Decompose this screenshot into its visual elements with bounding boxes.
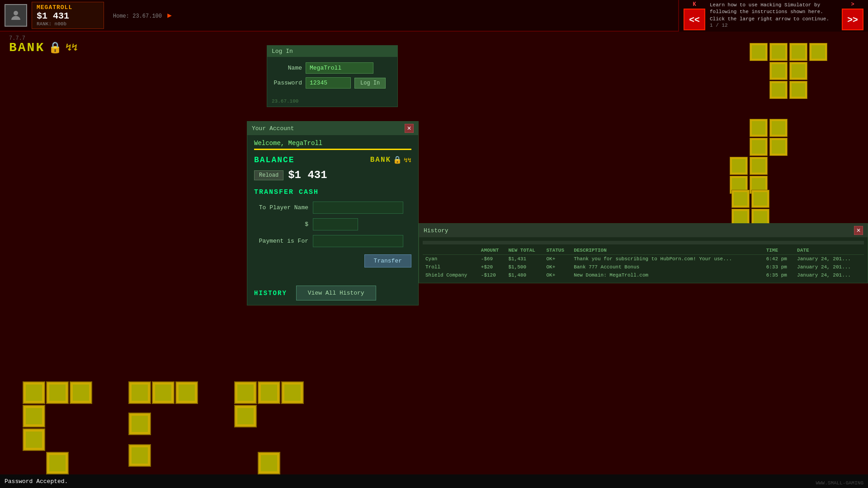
to-player-row: To Player Name — [254, 202, 411, 214]
table-row: Cyan -$69 $1,431 OK+ Thank you for subsc… — [423, 255, 864, 263]
tutorial-page: 1 / 12 — [710, 23, 837, 30]
payment-for-label: Payment is For — [254, 238, 308, 244]
top-bar: MEGATROLL $1 431 RANK: n00b Home: 23.67.… — [0, 0, 868, 32]
yellow-divider — [254, 149, 411, 150]
login-window-body: Name Password Log In — [267, 57, 397, 98]
history-section: HISTORY View All History — [254, 281, 411, 300]
col-description: DESCRIPTION — [571, 246, 764, 255]
transfer-btn-row: Transfer — [254, 254, 411, 267]
login-window: Log In Name Password Log In 23.67.100 — [267, 45, 398, 107]
login-password-row: Password Log In — [273, 77, 392, 89]
bank-text-top: BANK — [9, 41, 45, 55]
history-title-bar: History ✕ — [419, 224, 868, 237]
cell-amount: -$120 — [478, 271, 506, 279]
balance-amount: $1 431 — [288, 169, 327, 181]
status-bar: Password Accepted. WWW.SMALL-GAMING — [0, 474, 868, 488]
to-player-input[interactable] — [313, 202, 403, 214]
bank-signal-icon: ↯↯ — [66, 42, 78, 54]
home-info: Home: 23.67.100 ▶ — [113, 11, 172, 20]
cell-date: January 24, 201... — [794, 263, 864, 271]
payment-for-row: Payment is For — [254, 235, 411, 247]
view-all-history-button[interactable]: View All History — [296, 286, 376, 300]
cell-new-total: $1,500 — [505, 263, 543, 271]
bank-lock-icon: 🔒 — [48, 41, 62, 54]
login-name-row: Name — [273, 62, 392, 74]
tutorial-area: K << Learn how to use Hacking Simulator … — [678, 0, 868, 32]
tutorial-next-button[interactable]: >> — [842, 9, 863, 30]
login-name-input[interactable] — [306, 62, 373, 74]
to-player-label: To Player Name — [254, 204, 308, 211]
table-row: Troll +$20 $1,500 OK+ Bank 777 Account B… — [423, 263, 864, 271]
history-scroll-bar[interactable] — [423, 241, 864, 244]
svg-point-0 — [14, 11, 18, 15]
login-password-input[interactable] — [306, 77, 351, 89]
amount-row: $ — [254, 218, 411, 230]
cell-from: Cyan — [423, 255, 478, 263]
cell-new-total: $1,431 — [505, 255, 543, 263]
status-message: Password Accepted. — [5, 478, 68, 485]
login-window-title: Log In — [267, 46, 397, 57]
cell-status: OK+ — [543, 255, 571, 263]
cell-time: 6:33 pm — [764, 263, 794, 271]
history-table: AMOUNT NEW TOTAL STATUS DESCRIPTION TIME… — [423, 246, 864, 279]
player-details: MEGATROLL $1 431 RANK: n00b — [32, 2, 104, 29]
balance-section: BALANCE BANK 🔒 ↯↯ — [254, 155, 411, 164]
watermark: WWW.SMALL-GAMING — [816, 480, 863, 486]
table-row: Shield Company -$120 $1,480 OK+ New Doma… — [423, 271, 864, 279]
cell-status: OK+ — [543, 263, 571, 271]
transfer-form: To Player Name $ Payment is For — [254, 202, 411, 247]
tetris-right-decoration — [710, 43, 868, 194]
cell-from: Troll — [423, 263, 478, 271]
player-info: MEGATROLL $1 431 RANK: n00b — [5, 2, 104, 29]
cell-time: 6:42 pm — [764, 255, 794, 263]
player-rank: RANK: n00b — [37, 21, 99, 27]
balance-label: BALANCE — [254, 155, 295, 164]
account-body: Welcome, MegaTroll BALANCE BANK 🔒 ↯↯ Rel… — [247, 135, 418, 305]
transfer-cash-label: TRANSFER CASH — [254, 188, 411, 196]
col-new-total: NEW TOTAL — [505, 246, 543, 255]
cell-date: January 24, 201... — [794, 255, 864, 263]
avatar — [5, 4, 27, 27]
login-button[interactable]: Log In — [354, 78, 386, 89]
bank-small-text: BANK — [370, 156, 391, 164]
amount-label: $ — [254, 221, 308, 228]
login-name-label: Name — [273, 65, 302, 71]
cell-description: Bank 777 Account Bonus — [571, 263, 764, 271]
cell-new-total: $1,480 — [505, 271, 543, 279]
history-window-title: History — [424, 227, 448, 234]
cell-status: OK+ — [543, 271, 571, 279]
transfer-button[interactable]: Transfer — [364, 254, 411, 267]
login-ip: 23.67.100 — [267, 98, 397, 107]
player-balance: $1 431 — [37, 11, 99, 21]
history-label: HISTORY — [254, 290, 287, 297]
amount-input[interactable] — [313, 218, 358, 230]
history-window: History ✕ AMOUNT NEW TOTAL STATUS DESCRI… — [419, 223, 868, 283]
welcome-text: Welcome, MegaTroll — [254, 140, 411, 147]
home-arrow-icon: ▶ — [167, 12, 172, 20]
reload-button[interactable]: Reload — [254, 170, 283, 180]
account-window-title: Your Account — [252, 125, 294, 132]
account-window: Your Account ✕ Welcome, MegaTroll BALANC… — [247, 121, 419, 305]
history-close-button[interactable]: ✕ — [854, 226, 863, 235]
col-status: STATUS — [543, 246, 571, 255]
history-body: AMOUNT NEW TOTAL STATUS DESCRIPTION TIME… — [419, 237, 868, 283]
tutorial-text: Learn how to use Hacking Simulator by fo… — [710, 2, 837, 23]
login-password-label: Password — [273, 80, 302, 86]
bank-logo-top: BANK 🔒 ↯↯ — [9, 41, 78, 55]
tetris-bottom-decoration — [23, 381, 304, 474]
tutorial-k-label: K — [693, 1, 696, 8]
cell-amount: +$20 — [478, 263, 506, 271]
bank-lock-small-icon: 🔒 — [393, 155, 402, 164]
cell-amount: -$69 — [478, 255, 506, 263]
player-name: MEGATROLL — [37, 4, 99, 11]
account-close-button[interactable]: ✕ — [405, 124, 414, 133]
tutorial-prev-button[interactable]: << — [684, 9, 705, 30]
col-from — [423, 246, 478, 255]
payment-for-input[interactable] — [313, 235, 403, 247]
avatar-icon — [9, 9, 23, 22]
balance-row: Reload $1 431 — [254, 169, 411, 181]
col-time: TIME — [764, 246, 794, 255]
col-date: DATE — [794, 246, 864, 255]
col-amount: AMOUNT — [478, 246, 506, 255]
cell-time: 6:35 pm — [764, 271, 794, 279]
